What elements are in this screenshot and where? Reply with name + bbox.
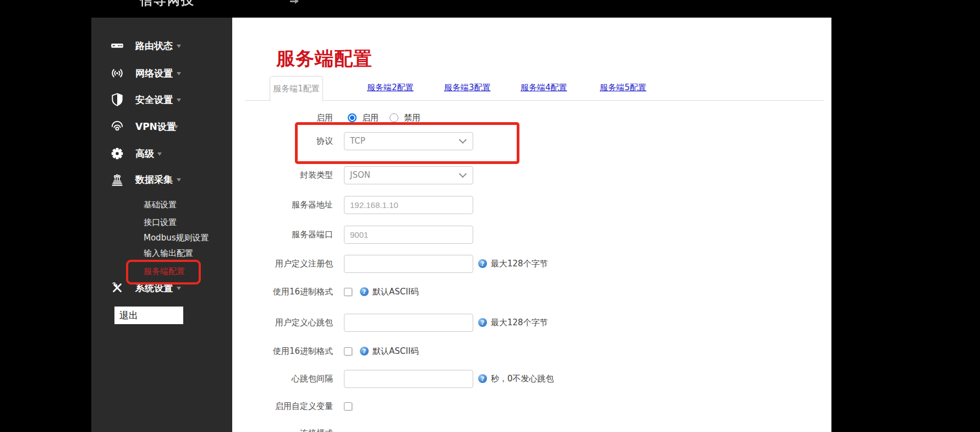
page-title: 服务端配置 (276, 46, 373, 72)
select-value: JSON (350, 170, 370, 180)
field-hint: ? 默认ASCII码 (360, 346, 419, 357)
hint-text: 秒，0不发心跳包 (491, 374, 554, 384)
form-row-server-address: 服务器地址 (232, 195, 473, 214)
gear-icon (110, 146, 125, 161)
sidebar-item-security-settings[interactable]: 安全设置 (91, 92, 232, 107)
signal-icon (110, 65, 125, 81)
field-hint: ? 最大128个字节 (478, 318, 548, 328)
field-label: 用户定义注册包 (232, 259, 333, 269)
tab-server4[interactable]: 服务端4配置 (521, 83, 567, 93)
form-row-custom-variable: 启用自定义变量 (232, 401, 352, 412)
heartbeat-interval-input[interactable] (344, 370, 473, 388)
sidebar: 路由状态 网络设置 安全设置 VPN设置 (91, 18, 232, 432)
server-port-input[interactable] (344, 226, 473, 244)
radio-enable-off[interactable] (390, 113, 398, 122)
sidebar-item-network-settings[interactable]: 网络设置 (91, 65, 232, 81)
field-label: 协议 (232, 136, 333, 146)
help-icon[interactable]: ? (478, 259, 487, 268)
field-label: 启用自定义变量 (232, 401, 333, 412)
sidebar-item-label: 路由状态 (135, 40, 173, 52)
field-hint: ? 默认ASCII码 (360, 287, 419, 297)
field-label: 使用16进制格式 (232, 287, 333, 297)
sidebar-item-vpn-settings[interactable]: VPN设置 (91, 119, 232, 134)
chevron-down-icon (174, 125, 178, 131)
tab-server2[interactable]: 服务端2配置 (367, 83, 414, 93)
form-row-heartbeat-packet: 用户定义心跳包 ? 最大128个字节 (232, 313, 548, 332)
hint-text: 默认ASCII码 (373, 346, 419, 357)
help-icon[interactable]: ? (360, 287, 369, 296)
form-row-hex-format-2: 使用16进制格式 ? 默认ASCII码 (232, 346, 419, 357)
top-bar: 信导网技 (0, 0, 980, 18)
help-icon[interactable]: ? (478, 374, 487, 383)
radio-option-label: 启用 (362, 113, 379, 123)
router-icon (110, 38, 125, 53)
protocol-select[interactable]: TCP (344, 132, 473, 150)
heartbeat-packet-input[interactable] (344, 314, 473, 332)
field-label: 封装类型 (232, 170, 333, 181)
sidebar-item-server-config[interactable]: 服务端配置 (144, 265, 185, 278)
logout-button[interactable]: 退出 (114, 307, 183, 324)
sidebar-item-label: 高级 (135, 147, 154, 160)
server-address-input[interactable] (344, 196, 473, 214)
help-icon[interactable]: ? (478, 318, 487, 327)
form-row-hex-format-1: 使用16进制格式 ? 默认ASCII码 (232, 286, 419, 297)
chevron-down-icon (459, 136, 467, 144)
chevron-down-icon (177, 99, 181, 104)
form-row-heartbeat-interval: 心跳包间隔 ? 秒，0不发心跳包 (232, 369, 554, 388)
tab-divider (245, 100, 824, 101)
form-row-server-port: 服务器端口 (232, 225, 473, 244)
main-content: 服务端配置 服务端1配置 服务端2配置 服务端3配置 服务端4配置 服务端5配置… (232, 18, 831, 432)
wifi-dome-icon (110, 119, 125, 134)
field-hint: ? 最大128个字节 (478, 259, 548, 269)
shield-icon (110, 92, 125, 107)
sidebar-item-label: 安全设置 (135, 94, 173, 106)
sidebar-item-label: 系统设置 (135, 282, 173, 294)
tools-icon (110, 280, 125, 296)
sidebar-item-label: 数据采集 (135, 173, 173, 186)
chevron-down-icon (157, 152, 162, 158)
hint-text: 默认ASCII码 (373, 287, 419, 297)
chevron-down-icon (459, 170, 467, 178)
sidebar-item-basic-settings[interactable]: 基础设置 (144, 198, 177, 211)
field-label: 启用 (232, 113, 333, 123)
radio-option-label: 禁用 (404, 113, 420, 123)
chevron-down-icon (177, 45, 181, 50)
sidebar-item-modbus-rules[interactable]: Modbus规则设置 (144, 231, 209, 244)
field-label: 服务器端口 (232, 229, 333, 240)
hex-format-2-checkbox[interactable] (344, 347, 352, 356)
arrow-right-icon (290, 1, 298, 2)
sidebar-item-data-collection[interactable]: 数据采集 (91, 172, 232, 187)
encapsulation-select[interactable]: JSON (344, 166, 473, 184)
hex-format-1-checkbox[interactable] (344, 288, 352, 296)
page: 信导网技 路由状态 网络设置 安全设置 (0, 0, 980, 432)
tab-server5[interactable]: 服务端5配置 (600, 83, 647, 93)
form-row-enable: 启用 启用 禁用 (232, 108, 431, 127)
field-label: 服务器地址 (232, 200, 333, 210)
form-row-encapsulation: 封装类型 JSON (232, 166, 473, 184)
sidebar-item-interface-settings[interactable]: 接口设置 (144, 216, 177, 229)
tab-server3[interactable]: 服务端3配置 (444, 83, 491, 93)
hint-text: 最大128个字节 (491, 259, 548, 269)
radio-enable-on[interactable] (348, 113, 357, 122)
form-row-register-packet: 用户定义注册包 ? 最大128个字节 (232, 254, 548, 273)
sidebar-item-system-settings[interactable]: 系统设置 (91, 280, 232, 296)
brand-logo: 信导网技 (140, 0, 195, 9)
sidebar-item-router-status[interactable]: 路由状态 (91, 38, 232, 53)
field-label: 用户定义心跳包 (232, 318, 333, 328)
tab-server1[interactable]: 服务端1配置 (270, 76, 323, 101)
field-label: 使用16进制格式 (232, 346, 333, 357)
field-label: 心跳包间隔 (232, 374, 333, 384)
sidebar-item-label: VPN设置 (135, 121, 176, 133)
sidebar-item-io-config[interactable]: 输入输出配置 (144, 247, 193, 260)
hint-text: 最大128个字节 (491, 318, 548, 328)
machine-icon (110, 172, 125, 187)
register-packet-input[interactable] (344, 255, 473, 273)
chevron-down-icon (177, 178, 181, 184)
sidebar-item-label: 网络设置 (135, 67, 173, 80)
sidebar-item-advanced[interactable]: 高级 (91, 146, 232, 161)
help-icon[interactable]: ? (360, 347, 369, 356)
chevron-down-icon (177, 72, 181, 78)
select-value: TCP (350, 136, 365, 146)
custom-variable-checkbox[interactable] (344, 402, 352, 411)
form-row-protocol: 协议 TCP (232, 132, 473, 150)
